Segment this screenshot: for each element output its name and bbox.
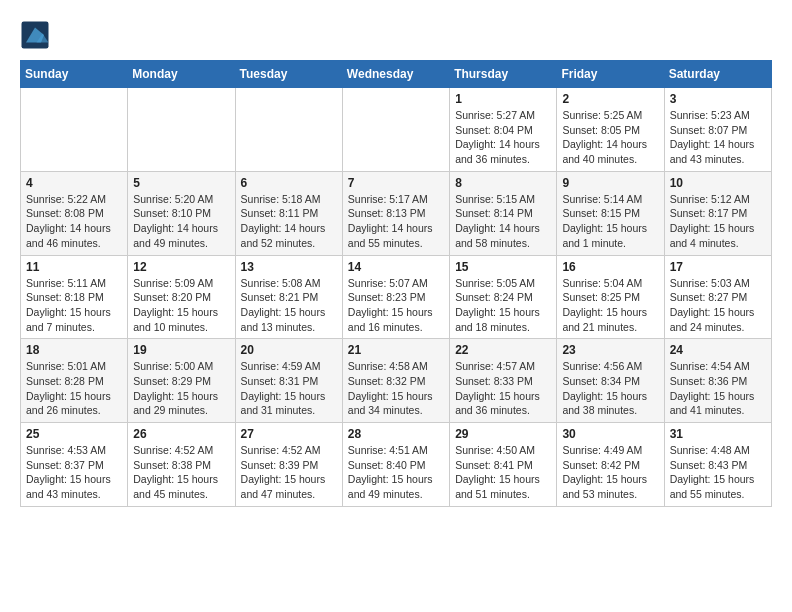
calendar-cell: 9Sunrise: 5:14 AMSunset: 8:15 PMDaylight… <box>557 171 664 255</box>
calendar-cell: 3Sunrise: 5:23 AMSunset: 8:07 PMDaylight… <box>664 88 771 172</box>
calendar-cell: 7Sunrise: 5:17 AMSunset: 8:13 PMDaylight… <box>342 171 449 255</box>
calendar-cell <box>128 88 235 172</box>
calendar-cell: 28Sunrise: 4:51 AMSunset: 8:40 PMDayligh… <box>342 423 449 507</box>
calendar-cell: 6Sunrise: 5:18 AMSunset: 8:11 PMDaylight… <box>235 171 342 255</box>
calendar-cell <box>21 88 128 172</box>
week-row-2: 4Sunrise: 5:22 AMSunset: 8:08 PMDaylight… <box>21 171 772 255</box>
day-number: 20 <box>241 343 337 357</box>
day-info: Sunrise: 5:15 AMSunset: 8:14 PMDaylight:… <box>455 192 551 251</box>
weekday-header-friday: Friday <box>557 61 664 88</box>
day-number: 14 <box>348 260 444 274</box>
day-info: Sunrise: 5:23 AMSunset: 8:07 PMDaylight:… <box>670 108 766 167</box>
week-row-5: 25Sunrise: 4:53 AMSunset: 8:37 PMDayligh… <box>21 423 772 507</box>
weekday-header-row: SundayMondayTuesdayWednesdayThursdayFrid… <box>21 61 772 88</box>
calendar-cell: 26Sunrise: 4:52 AMSunset: 8:38 PMDayligh… <box>128 423 235 507</box>
calendar-cell: 16Sunrise: 5:04 AMSunset: 8:25 PMDayligh… <box>557 255 664 339</box>
calendar-cell: 1Sunrise: 5:27 AMSunset: 8:04 PMDaylight… <box>450 88 557 172</box>
day-info: Sunrise: 4:48 AMSunset: 8:43 PMDaylight:… <box>670 443 766 502</box>
calendar-cell: 22Sunrise: 4:57 AMSunset: 8:33 PMDayligh… <box>450 339 557 423</box>
calendar-header: SundayMondayTuesdayWednesdayThursdayFrid… <box>21 61 772 88</box>
day-info: Sunrise: 5:27 AMSunset: 8:04 PMDaylight:… <box>455 108 551 167</box>
day-number: 23 <box>562 343 658 357</box>
day-number: 18 <box>26 343 122 357</box>
day-number: 9 <box>562 176 658 190</box>
calendar-cell: 4Sunrise: 5:22 AMSunset: 8:08 PMDaylight… <box>21 171 128 255</box>
calendar-cell: 10Sunrise: 5:12 AMSunset: 8:17 PMDayligh… <box>664 171 771 255</box>
day-info: Sunrise: 5:08 AMSunset: 8:21 PMDaylight:… <box>241 276 337 335</box>
calendar-cell: 23Sunrise: 4:56 AMSunset: 8:34 PMDayligh… <box>557 339 664 423</box>
calendar-cell <box>235 88 342 172</box>
day-number: 16 <box>562 260 658 274</box>
calendar-cell: 2Sunrise: 5:25 AMSunset: 8:05 PMDaylight… <box>557 88 664 172</box>
day-number: 5 <box>133 176 229 190</box>
day-number: 7 <box>348 176 444 190</box>
calendar-cell: 17Sunrise: 5:03 AMSunset: 8:27 PMDayligh… <box>664 255 771 339</box>
day-number: 17 <box>670 260 766 274</box>
weekday-header-saturday: Saturday <box>664 61 771 88</box>
day-number: 31 <box>670 427 766 441</box>
weekday-header-wednesday: Wednesday <box>342 61 449 88</box>
day-info: Sunrise: 5:01 AMSunset: 8:28 PMDaylight:… <box>26 359 122 418</box>
day-info: Sunrise: 5:25 AMSunset: 8:05 PMDaylight:… <box>562 108 658 167</box>
day-number: 6 <box>241 176 337 190</box>
calendar-cell: 14Sunrise: 5:07 AMSunset: 8:23 PMDayligh… <box>342 255 449 339</box>
week-row-3: 11Sunrise: 5:11 AMSunset: 8:18 PMDayligh… <box>21 255 772 339</box>
day-number: 4 <box>26 176 122 190</box>
day-info: Sunrise: 5:22 AMSunset: 8:08 PMDaylight:… <box>26 192 122 251</box>
day-number: 1 <box>455 92 551 106</box>
calendar-cell: 13Sunrise: 5:08 AMSunset: 8:21 PMDayligh… <box>235 255 342 339</box>
calendar-cell: 21Sunrise: 4:58 AMSunset: 8:32 PMDayligh… <box>342 339 449 423</box>
day-info: Sunrise: 4:50 AMSunset: 8:41 PMDaylight:… <box>455 443 551 502</box>
day-number: 25 <box>26 427 122 441</box>
day-info: Sunrise: 4:51 AMSunset: 8:40 PMDaylight:… <box>348 443 444 502</box>
calendar-cell: 8Sunrise: 5:15 AMSunset: 8:14 PMDaylight… <box>450 171 557 255</box>
calendar-cell: 25Sunrise: 4:53 AMSunset: 8:37 PMDayligh… <box>21 423 128 507</box>
calendar-cell: 15Sunrise: 5:05 AMSunset: 8:24 PMDayligh… <box>450 255 557 339</box>
day-info: Sunrise: 5:12 AMSunset: 8:17 PMDaylight:… <box>670 192 766 251</box>
calendar-table: SundayMondayTuesdayWednesdayThursdayFrid… <box>20 60 772 507</box>
calendar-cell: 30Sunrise: 4:49 AMSunset: 8:42 PMDayligh… <box>557 423 664 507</box>
day-number: 12 <box>133 260 229 274</box>
day-number: 22 <box>455 343 551 357</box>
day-info: Sunrise: 5:03 AMSunset: 8:27 PMDaylight:… <box>670 276 766 335</box>
day-info: Sunrise: 4:52 AMSunset: 8:38 PMDaylight:… <box>133 443 229 502</box>
weekday-header-sunday: Sunday <box>21 61 128 88</box>
calendar-cell <box>342 88 449 172</box>
day-info: Sunrise: 4:59 AMSunset: 8:31 PMDaylight:… <box>241 359 337 418</box>
day-number: 10 <box>670 176 766 190</box>
day-number: 3 <box>670 92 766 106</box>
calendar-cell: 20Sunrise: 4:59 AMSunset: 8:31 PMDayligh… <box>235 339 342 423</box>
day-info: Sunrise: 5:11 AMSunset: 8:18 PMDaylight:… <box>26 276 122 335</box>
calendar-cell: 27Sunrise: 4:52 AMSunset: 8:39 PMDayligh… <box>235 423 342 507</box>
header <box>20 20 772 50</box>
day-info: Sunrise: 5:17 AMSunset: 8:13 PMDaylight:… <box>348 192 444 251</box>
calendar-cell: 19Sunrise: 5:00 AMSunset: 8:29 PMDayligh… <box>128 339 235 423</box>
day-number: 28 <box>348 427 444 441</box>
week-row-1: 1Sunrise: 5:27 AMSunset: 8:04 PMDaylight… <box>21 88 772 172</box>
day-info: Sunrise: 4:49 AMSunset: 8:42 PMDaylight:… <box>562 443 658 502</box>
day-info: Sunrise: 5:20 AMSunset: 8:10 PMDaylight:… <box>133 192 229 251</box>
day-number: 30 <box>562 427 658 441</box>
day-info: Sunrise: 4:54 AMSunset: 8:36 PMDaylight:… <box>670 359 766 418</box>
calendar-body: 1Sunrise: 5:27 AMSunset: 8:04 PMDaylight… <box>21 88 772 507</box>
day-info: Sunrise: 4:57 AMSunset: 8:33 PMDaylight:… <box>455 359 551 418</box>
calendar-cell: 12Sunrise: 5:09 AMSunset: 8:20 PMDayligh… <box>128 255 235 339</box>
day-info: Sunrise: 4:56 AMSunset: 8:34 PMDaylight:… <box>562 359 658 418</box>
weekday-header-tuesday: Tuesday <box>235 61 342 88</box>
day-number: 29 <box>455 427 551 441</box>
logo-icon <box>20 20 50 50</box>
weekday-header-monday: Monday <box>128 61 235 88</box>
week-row-4: 18Sunrise: 5:01 AMSunset: 8:28 PMDayligh… <box>21 339 772 423</box>
calendar-cell: 31Sunrise: 4:48 AMSunset: 8:43 PMDayligh… <box>664 423 771 507</box>
day-number: 21 <box>348 343 444 357</box>
day-number: 19 <box>133 343 229 357</box>
day-number: 13 <box>241 260 337 274</box>
day-info: Sunrise: 5:09 AMSunset: 8:20 PMDaylight:… <box>133 276 229 335</box>
day-number: 27 <box>241 427 337 441</box>
calendar-cell: 5Sunrise: 5:20 AMSunset: 8:10 PMDaylight… <box>128 171 235 255</box>
day-number: 15 <box>455 260 551 274</box>
day-info: Sunrise: 5:00 AMSunset: 8:29 PMDaylight:… <box>133 359 229 418</box>
day-info: Sunrise: 5:04 AMSunset: 8:25 PMDaylight:… <box>562 276 658 335</box>
day-number: 11 <box>26 260 122 274</box>
day-number: 2 <box>562 92 658 106</box>
